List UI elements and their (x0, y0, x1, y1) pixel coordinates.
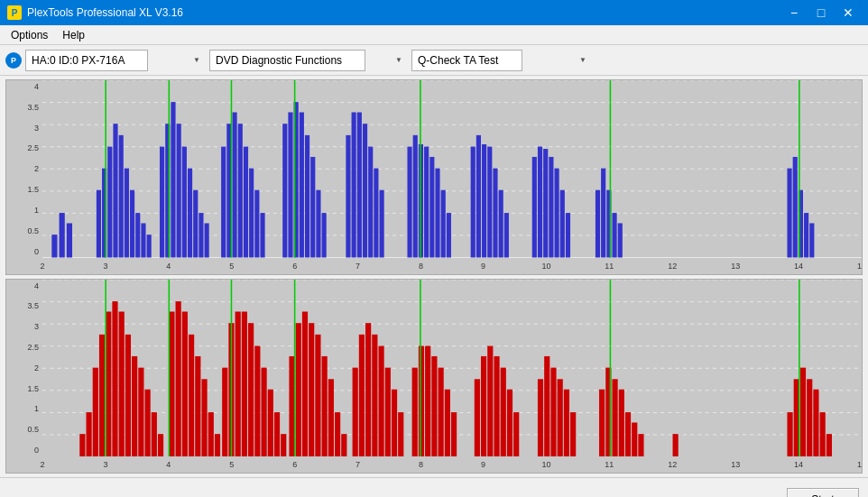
svg-rect-152 (412, 367, 418, 456)
svg-rect-82 (787, 169, 791, 258)
svg-rect-70 (532, 157, 537, 258)
top-chart-svg (42, 80, 862, 258)
svg-rect-23 (160, 147, 164, 258)
svg-rect-16 (113, 124, 117, 257)
drive-select[interactable]: HA:0 ID:0 PX-716A (25, 50, 148, 71)
test-select[interactable]: Q-Check TA Test (411, 50, 522, 71)
svg-rect-137 (302, 311, 308, 456)
svg-rect-158 (451, 412, 457, 456)
svg-rect-117 (169, 311, 174, 456)
close-button[interactable]: ✕ (836, 3, 861, 23)
svg-rect-69 (504, 213, 509, 257)
svg-rect-25 (171, 102, 175, 257)
svg-rect-116 (158, 434, 163, 456)
svg-rect-59 (429, 157, 434, 258)
svg-rect-15 (107, 147, 112, 258)
svg-rect-127 (235, 311, 241, 456)
svg-rect-121 (195, 355, 200, 456)
svg-rect-143 (341, 434, 346, 456)
svg-rect-66 (487, 147, 492, 258)
svg-rect-141 (328, 379, 334, 456)
function-select-wrapper: DVD Diagnostic Functions (209, 50, 408, 71)
svg-rect-77 (596, 190, 600, 258)
svg-rect-105 (86, 412, 91, 456)
svg-rect-22 (147, 235, 152, 257)
menu-bar: Options Help (0, 25, 868, 45)
svg-rect-44 (305, 135, 309, 258)
svg-rect-177 (632, 422, 637, 456)
svg-rect-34 (232, 112, 236, 257)
bottom-chart-inner (42, 280, 862, 457)
svg-rect-133 (274, 412, 280, 456)
start-button[interactable]: Start (787, 488, 859, 498)
svg-rect-176 (625, 412, 631, 456)
svg-rect-62 (447, 213, 451, 257)
svg-rect-43 (300, 112, 304, 257)
svg-rect-85 (804, 213, 808, 257)
svg-rect-110 (119, 311, 125, 456)
svg-rect-17 (119, 135, 124, 258)
svg-rect-164 (507, 389, 512, 456)
test-select-wrapper: Q-Check TA Test (411, 50, 592, 71)
function-select[interactable]: DVD Diagnostic Functions (209, 50, 365, 71)
svg-rect-104 (79, 434, 85, 456)
svg-rect-68 (499, 190, 503, 258)
app-icon: P (7, 5, 22, 20)
svg-rect-78 (601, 169, 605, 258)
svg-rect-159 (475, 379, 480, 456)
svg-rect-107 (99, 334, 105, 456)
svg-rect-157 (445, 389, 450, 456)
svg-rect-146 (365, 323, 371, 456)
svg-rect-124 (215, 434, 220, 456)
bottom-chart-svg (42, 280, 862, 457)
minimize-button[interactable]: − (781, 3, 807, 23)
top-chart-inner (42, 80, 862, 258)
svg-rect-180 (787, 412, 792, 456)
menu-help[interactable]: Help (55, 27, 92, 43)
svg-rect-144 (353, 367, 358, 456)
svg-rect-21 (141, 223, 145, 257)
svg-rect-123 (208, 412, 214, 456)
svg-rect-74 (555, 169, 559, 258)
app-title: PlexTools Professional XL V3.16 (27, 6, 183, 19)
svg-rect-106 (93, 367, 98, 456)
title-bar-controls: − □ ✕ (781, 3, 861, 23)
svg-rect-109 (112, 301, 117, 456)
svg-rect-171 (570, 412, 576, 456)
svg-rect-83 (793, 157, 798, 258)
svg-rect-55 (407, 147, 411, 258)
svg-rect-135 (289, 355, 294, 456)
svg-rect-130 (254, 345, 260, 456)
svg-rect-38 (254, 190, 259, 258)
svg-rect-134 (281, 434, 286, 456)
svg-rect-67 (493, 169, 497, 258)
svg-rect-80 (612, 213, 616, 257)
svg-rect-142 (335, 412, 340, 456)
title-bar: P PlexTools Professional XL V3.16 − □ ✕ (0, 0, 868, 25)
svg-rect-186 (826, 434, 832, 456)
svg-rect-28 (188, 169, 192, 258)
svg-rect-148 (378, 345, 383, 456)
svg-rect-20 (135, 213, 140, 257)
drive-icon: P (5, 52, 22, 69)
svg-rect-182 (800, 367, 806, 456)
svg-rect-154 (425, 345, 430, 456)
svg-rect-131 (261, 367, 266, 456)
menu-options[interactable]: Options (4, 27, 55, 43)
bottom-panel: Jitter: 2 Peak Shift: (0, 477, 868, 497)
svg-rect-112 (132, 355, 137, 456)
svg-rect-63 (471, 147, 476, 258)
svg-rect-128 (242, 311, 247, 456)
svg-rect-36 (244, 147, 248, 258)
svg-rect-12 (67, 223, 72, 257)
svg-rect-60 (435, 169, 439, 258)
svg-rect-53 (374, 169, 378, 258)
svg-rect-29 (193, 190, 198, 258)
svg-rect-56 (413, 135, 418, 258)
svg-rect-73 (549, 157, 553, 258)
svg-rect-50 (357, 112, 362, 257)
svg-rect-19 (130, 190, 134, 258)
top-chart-container: 4 3.5 3 2.5 2 1.5 1 0.5 0 (5, 79, 863, 275)
svg-rect-119 (182, 311, 188, 456)
maximize-button[interactable]: □ (808, 3, 834, 23)
